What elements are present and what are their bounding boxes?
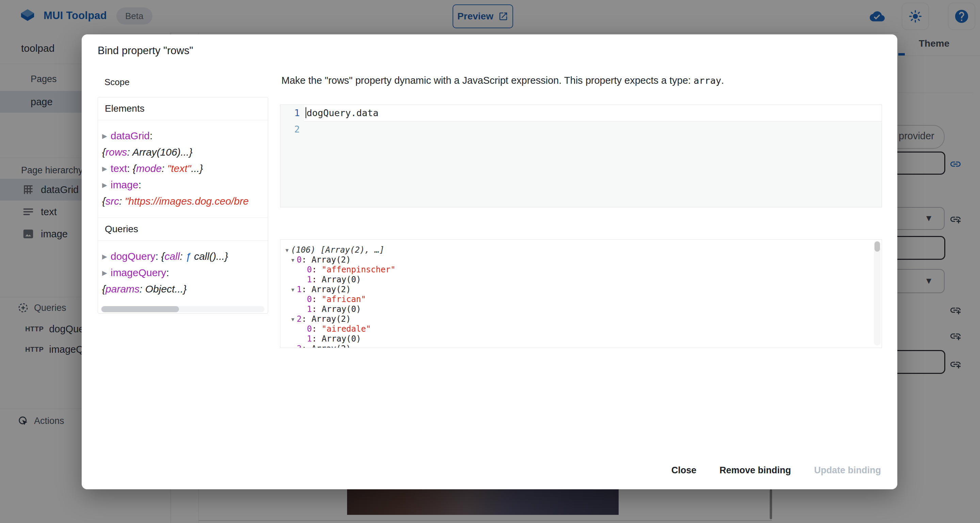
token: : Object...} [140,283,186,295]
token: (106) [Array(2), …] [291,245,385,255]
token: dataGrid [108,130,150,141]
expander-icon[interactable]: ▶ [102,269,108,276]
line-number: 1 [280,105,304,121]
bind-property-dialog: Bind property "rows" Scope Make the "row… [82,34,897,489]
token: : Array(0) [312,275,361,284]
token: : Array(2) [301,314,351,324]
token: { [102,283,105,295]
update-binding-button[interactable]: Update binding [807,460,888,480]
tree-row[interactable]: {rows: Array(106)...} [102,144,268,160]
token: : Array(0) [312,334,361,344]
token: 2 [297,314,301,324]
preview-row[interactable]: ▼2: Array(2) [280,314,882,324]
token: image [108,179,138,190]
description-text: Make the "rows" property dynamic with a … [282,75,694,86]
token: : [119,195,125,207]
preview-row[interactable]: 0: "airedale" [280,324,882,334]
token: mode [136,163,162,174]
dialog-actions: Close Remove binding Update binding [664,460,888,480]
dialog-description: Make the "rows" property dynamic with a … [282,75,812,86]
token: { [102,195,105,207]
expander-icon[interactable]: ▶ [102,165,108,172]
token: "airedale" [321,324,371,334]
remove-binding-button[interactable]: Remove binding [712,460,799,480]
token: 0 [307,295,312,304]
expander-icon[interactable]: ▼ [291,287,297,293]
token: rows [105,147,127,158]
tree-row[interactable]: {params: Object...} [102,281,268,297]
expander-icon[interactable]: ▶ [102,253,108,260]
token: "affenpinscher" [321,265,395,274]
token: ...} [191,163,203,174]
expander-icon[interactable]: ▶ [102,182,108,189]
token: : Array(0) [312,305,361,314]
token: text [108,163,127,174]
preview-row[interactable]: 1: Array(0) [280,334,882,344]
scope-label: Scope [105,77,130,88]
expander-icon[interactable]: ▶ [102,132,108,140]
expander-icon[interactable]: ▼ [285,247,291,254]
token: 0 [307,324,312,334]
preview-row[interactable]: ▼(106) [Array(2), …] [280,245,882,255]
token: 1 [307,305,312,314]
close-button[interactable]: Close [664,460,704,480]
preview-row[interactable]: ▼3: Array(2) [280,344,882,348]
token: : [166,267,169,278]
tree-row[interactable]: ▶ imageQuery: [102,265,268,281]
token: dogQuery [108,250,156,262]
token: src [105,195,119,207]
preview-scrollbar[interactable] [874,241,881,346]
js-expression-editor[interactable]: 1dogQuery.data2 [280,105,882,207]
expander-icon[interactable]: ▼ [291,316,297,322]
description-period: . [721,75,724,86]
line-number: 2 [280,121,304,137]
expander-icon[interactable]: ▼ [291,257,297,263]
code-content[interactable] [304,121,882,137]
scope-horizontal-scrollbar[interactable] [101,306,264,312]
token: "african" [321,295,366,304]
token: : Array(2) [301,285,351,294]
token: : [138,179,141,190]
token: call()...} [194,250,228,262]
token: : Array(2) [301,344,351,348]
tree-row[interactable]: ▶ dogQuery: {call: ƒ call()...} [102,248,268,265]
token: { [161,250,164,262]
scope-tree: ▶ dataGrid:{rows: Array(106)...}▶ text: … [98,120,268,218]
token: 0 [297,255,301,265]
tree-row[interactable]: ▶ image: [102,177,268,193]
expander-icon[interactable]: ▼ [291,346,297,348]
code-content[interactable]: dogQuery.data [304,105,882,121]
token: : Array(106)...} [127,147,192,158]
preview-row[interactable]: 1: Array(0) [280,275,882,285]
token: : [180,250,185,262]
dialog-title: Bind property "rows" [98,45,193,57]
preview-row[interactable]: ▼0: Array(2) [280,255,882,265]
token: { [133,163,136,174]
token: : [312,295,321,304]
app-root: MUI Toolpad Beta Preview [0,0,980,523]
token: imageQuery [108,267,166,278]
token: : [127,163,133,174]
token: "https://images.dog.ceo/bre [125,195,249,207]
tree-row[interactable]: ▶ dataGrid: [102,128,268,144]
editor-line[interactable]: 1dogQuery.data [280,105,882,121]
token: : [312,265,321,274]
editor-line[interactable]: 2 [280,121,882,137]
tree-row[interactable]: {src: "https://images.dog.ceo/bre [102,193,268,209]
token: : [156,250,161,262]
token: call [164,250,180,262]
scrollbar-thumb[interactable] [102,306,179,312]
preview-row[interactable]: 1: Array(0) [280,305,882,314]
preview-row[interactable]: ▼1: Array(2) [280,285,882,295]
token: : [150,130,153,141]
token: "text" [167,163,191,174]
expected-type: array [694,75,721,86]
token: : [312,324,321,334]
scrollbar-thumb[interactable] [875,241,880,252]
tree-row[interactable]: ▶ text: {mode: "text"...} [102,160,268,177]
scope-section-header: Queries [98,218,268,241]
preview-row[interactable]: 0: "african" [280,295,882,305]
scope-browser: Elements▶ dataGrid:{rows: Array(106)...}… [98,97,268,314]
preview-row[interactable]: 0: "affenpinscher" [280,265,882,275]
scope-section-header: Elements [98,97,268,120]
